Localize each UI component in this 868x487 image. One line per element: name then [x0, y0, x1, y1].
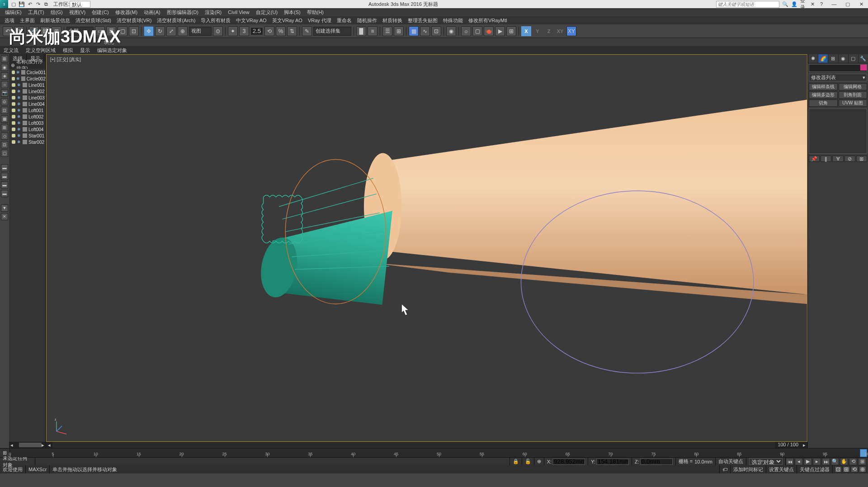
align-button[interactable]: ≡	[368, 26, 377, 36]
scene-item[interactable]: ❄Line001	[9, 82, 46, 88]
ribbon-dd-icon[interactable]: ▾	[116, 39, 123, 45]
menu-edit[interactable]: 编辑(E)	[2, 8, 25, 17]
lock-icon[interactable]: 🔒	[510, 458, 522, 465]
qat-save-icon[interactable]: 💾	[18, 0, 25, 8]
nav-orbit-icon[interactable]: ⟲	[849, 458, 857, 465]
scene-item[interactable]: ❄Line004	[9, 101, 46, 107]
visibility-icon[interactable]	[12, 102, 15, 106]
close-button[interactable]: ✕	[854, 0, 868, 8]
schematic-button[interactable]: ⊡	[431, 26, 441, 36]
timeline-track[interactable]: 0510152025303540455055606570758085909510…	[10, 449, 868, 457]
visibility-icon[interactable]	[12, 134, 15, 137]
freeze-icon[interactable]: ❄	[16, 70, 20, 75]
help-icon[interactable]: ?	[818, 1, 825, 7]
se-icon[interactable]: ▦	[1, 115, 8, 123]
secbar-item[interactable]: 整理丢失贴图	[405, 16, 440, 25]
render-iter-button[interactable]: ⊞	[506, 26, 516, 36]
menu-tools[interactable]: 工具(T)	[25, 8, 47, 17]
selbar-item[interactable]: 显示	[76, 46, 94, 55]
axis-z-button[interactable]: Z	[544, 26, 554, 36]
freeze-icon[interactable]: ❄	[17, 95, 21, 100]
secbar-item[interactable]: 中文VRay AO	[233, 16, 269, 25]
menu-civil-view[interactable]: Civil View	[225, 9, 252, 16]
ref-coord-dropdown[interactable]: 视图	[189, 27, 212, 36]
workspace-dropdown[interactable]: 默认	[70, 1, 90, 8]
modifier-stack[interactable]	[809, 109, 867, 154]
se-icon[interactable]: ◈	[1, 72, 8, 80]
undo-button[interactable]: ↶	[3, 26, 13, 36]
object-name-field[interactable]	[809, 64, 867, 72]
cmd-tab-display-icon[interactable]: ▢	[848, 54, 858, 63]
coord-mode-icon[interactable]: ⊕	[534, 458, 544, 465]
se-icon[interactable]: 📷	[1, 90, 8, 97]
manipulate-button[interactable]: ✦	[228, 26, 238, 36]
secbar-item[interactable]: 选项	[2, 16, 17, 25]
se-icon[interactable]: ▬	[1, 173, 8, 180]
scene-item[interactable]: ❄Line002	[9, 88, 46, 95]
se-icon[interactable]: ▬	[1, 190, 8, 197]
snap-angle-input[interactable]	[250, 27, 263, 35]
goto-end-icon[interactable]: ⏭	[822, 458, 830, 465]
menu-help[interactable]: 帮助(H)	[304, 8, 327, 17]
app-logo[interactable]: 3	[0, 0, 8, 8]
cmd-tab-motion-icon[interactable]: ◉	[838, 54, 848, 63]
scene-item[interactable]: ❄Loft002	[9, 113, 46, 120]
autokey-button[interactable]: 自动关键点	[716, 458, 746, 465]
object-color-swatch[interactable]	[860, 65, 867, 71]
cmd-tab-create-icon[interactable]: ✺	[808, 54, 818, 63]
material-editor-button[interactable]: ◉	[446, 26, 456, 36]
scene-item[interactable]: ❄Loft004	[9, 126, 46, 132]
freeze-icon[interactable]: ❄	[17, 133, 21, 138]
scroll-right-icon[interactable]: ▸	[801, 442, 807, 448]
modifier-list-dropdown[interactable]: 修改器列表	[809, 74, 867, 81]
secbar-item[interactable]: 清空材质球(Arch)	[154, 16, 198, 25]
freeze-icon[interactable]: ❄	[17, 127, 21, 132]
rotate-button[interactable]: ↻	[155, 26, 165, 36]
stack-pin-icon[interactable]: 📌	[809, 156, 820, 162]
scene-item[interactable]: ❄Circle001	[9, 69, 46, 76]
window-crossing-button[interactable]: ⊡	[129, 26, 139, 36]
secbar-item[interactable]: 主界面	[17, 16, 38, 25]
se-icon[interactable]: ⊡	[1, 107, 8, 114]
stack-unique-icon[interactable]: ∀	[832, 156, 843, 162]
freeze-icon[interactable]: ❄	[17, 83, 21, 87]
secbar-item[interactable]: 随机操作	[354, 16, 380, 25]
scene-item[interactable]: ❄Star001	[9, 132, 46, 139]
maxscript-label[interactable]: MAXScr	[26, 465, 50, 473]
viewport[interactable]: [+] [正交] [真实]	[46, 54, 807, 442]
goto-start-icon[interactable]: ⏮	[786, 458, 794, 465]
keymode-dropdown[interactable]: 选定对象	[749, 458, 783, 465]
cmd-tab-modify-icon[interactable]: 🌈	[818, 54, 828, 63]
se-icon[interactable]: ☼	[1, 81, 8, 88]
scene-item[interactable]: ❄Star002	[9, 139, 46, 145]
secbar-item[interactable]: 特殊功能	[440, 16, 466, 25]
freeze-icon[interactable]: ❄	[17, 89, 21, 94]
visibility-icon[interactable]	[12, 128, 15, 131]
se-icon[interactable]: ◇	[1, 132, 8, 140]
menu-maxscript[interactable]: 脚本(S)	[281, 8, 304, 17]
nav2-icon[interactable]: ⟲	[851, 466, 858, 473]
coord-y-input[interactable]	[596, 459, 629, 465]
secbar-item[interactable]: VRay 代理	[305, 16, 334, 25]
se-icon[interactable]: ◉	[1, 64, 8, 71]
stack-show-icon[interactable]: ‖	[821, 156, 831, 162]
layer-button[interactable]: ☰	[382, 26, 392, 36]
scene-item[interactable]: ❄Loft001	[9, 107, 46, 113]
freeze-icon[interactable]: ❄	[17, 121, 21, 125]
menu-group[interactable]: 组(G)	[47, 8, 66, 17]
scene-hscroll[interactable]: ◂ ▸	[9, 442, 46, 448]
menu-modifiers[interactable]: 修改器(M)	[112, 8, 141, 17]
named-sel-button[interactable]: ✎	[302, 26, 312, 36]
cmd-tab-utility-icon[interactable]: 🔧	[858, 54, 868, 63]
mirror-button[interactable]: ▐▌	[356, 26, 366, 36]
qat-link-icon[interactable]: ⧉	[42, 0, 50, 8]
selbar-item[interactable]: 模拟	[59, 46, 76, 55]
selbar-item[interactable]: 定义空闲区域	[22, 46, 59, 55]
minimize-button[interactable]: —	[827, 0, 841, 8]
freeze-icon[interactable]: ❄	[17, 114, 21, 119]
se-icon[interactable]: ✕	[1, 213, 8, 220]
render-button[interactable]: 🫖	[484, 26, 494, 36]
se-icon[interactable]: ▢	[1, 150, 8, 157]
scroll-left-icon[interactable]: ◂	[46, 442, 52, 448]
placement-button[interactable]: ⊕	[178, 26, 188, 36]
